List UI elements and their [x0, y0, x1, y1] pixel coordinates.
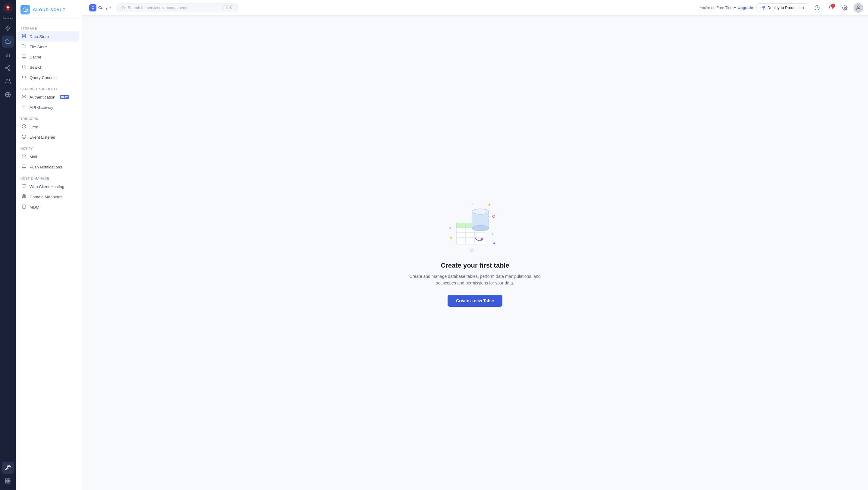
mdm-icon: [21, 204, 27, 210]
sidebar-item-cache[interactable]: Cache: [18, 52, 79, 62]
svg-point-41: [858, 6, 859, 7]
deploy-icon: [761, 5, 766, 10]
app-logo[interactable]: [3, 3, 13, 13]
empty-state-title: Create your first table: [441, 262, 509, 269]
svg-point-1: [7, 6, 9, 8]
create-table-button[interactable]: Create a new Table: [447, 295, 502, 307]
mail-icon: [21, 154, 27, 159]
svg-point-21: [22, 65, 25, 68]
svg-point-46: [450, 237, 452, 239]
sidebar-item-data-store-label: Data Store: [30, 34, 49, 39]
sidebar-content: STORAGE Data Store File Store Cache Sear…: [16, 19, 82, 490]
sidebar-item-event-listener-label: Event Listener: [30, 135, 56, 140]
section-security-label: SECURITY & IDENTITY: [18, 85, 79, 92]
user-avatar[interactable]: [854, 3, 863, 13]
svg-point-23: [23, 96, 24, 97]
sidebar-item-query-console[interactable]: Query Console: [18, 72, 79, 83]
svg-line-37: [124, 8, 125, 9]
deploy-button[interactable]: Deploy to Production: [756, 3, 808, 12]
sidebar-item-domain-mappings-label: Domain Mappings: [30, 195, 62, 199]
workspace-selector[interactable]: C Catly ▾: [87, 3, 114, 13]
gear-icon: [842, 5, 847, 10]
svg-point-59: [472, 225, 489, 231]
sidebar-item-web-hosting-label: Web Client Hosting: [30, 184, 64, 189]
sidebar-item-data-store[interactable]: Data Store: [18, 31, 79, 41]
push-notifications-icon: [21, 164, 27, 170]
svg-text:+: +: [492, 232, 493, 236]
svg-line-8: [7, 68, 9, 69]
rail-analytics-icon[interactable]: [2, 49, 14, 61]
rail-tools-icon[interactable]: [2, 462, 14, 474]
authentication-badge: NEW: [60, 95, 70, 99]
section-notify-label: NOTIFY: [18, 145, 79, 152]
upgrade-link[interactable]: ✦ Upgrade: [733, 5, 753, 10]
svg-text:×: ×: [449, 226, 451, 230]
sidebar-item-authentication-label: Authentication: [30, 95, 56, 99]
sidebar-item-authentication[interactable]: Authentication NEW: [18, 92, 79, 102]
sidebar-item-web-client-hosting[interactable]: Web Client Hosting: [18, 181, 79, 192]
sidebar-item-mdm[interactable]: MDM: [18, 202, 79, 212]
rail-team-icon[interactable]: [2, 75, 14, 87]
svg-point-24: [24, 106, 24, 107]
sidebar-item-mail[interactable]: Mail: [18, 152, 79, 162]
cron-icon: [21, 124, 27, 130]
svg-point-17: [22, 34, 25, 35]
api-gateway-icon: [21, 104, 27, 110]
notifications-button[interactable]: 1: [826, 3, 836, 13]
sidebar-item-push-notifications-label: Push Notifications: [30, 165, 62, 170]
svg-text:+: +: [471, 201, 474, 207]
sidebar-item-search[interactable]: Search: [18, 62, 79, 72]
svg-rect-16: [6, 482, 7, 483]
search-bar-icon: [121, 6, 125, 10]
sidebar-header: CLOUD SCALE: [16, 0, 82, 19]
search-placeholder: Search for services or components: [128, 5, 221, 10]
event-listener-icon: [21, 134, 27, 140]
rail-cloud-icon[interactable]: [2, 36, 14, 48]
main-content: + ◆ × ◆ +: [82, 16, 868, 490]
sidebar-item-search-label: Search: [30, 65, 42, 70]
section-host-label: HOST & MANAGE: [18, 175, 79, 181]
rail-bolt-icon[interactable]: [2, 22, 14, 34]
svg-point-44: [493, 215, 495, 218]
rail-integrations-icon[interactable]: [2, 62, 14, 74]
workspace-chevron-icon: ▾: [110, 6, 111, 10]
svg-rect-14: [8, 479, 10, 481]
workspace-avatar: C: [89, 4, 96, 11]
sidebar-item-domain-mappings[interactable]: Domain Mappings: [18, 192, 79, 202]
domain-mappings-icon: [21, 194, 27, 200]
sidebar-item-cron-label: Cron: [30, 125, 38, 129]
workspace-name: Catly: [98, 5, 107, 10]
sidebar-item-api-gateway[interactable]: API Gateway: [18, 102, 79, 113]
sidebar-item-file-store[interactable]: File Store: [18, 41, 79, 52]
section-storage-label: STORAGE: [18, 24, 79, 31]
svg-line-22: [25, 67, 26, 68]
sidebar-item-event-listener[interactable]: Event Listener: [18, 132, 79, 142]
svg-line-9: [7, 67, 9, 67]
rail-globe-icon[interactable]: [2, 89, 14, 101]
sidebar-logo: [21, 5, 30, 14]
search-bar[interactable]: Search for services or components ⌘+K: [117, 3, 238, 12]
svg-point-48: [471, 249, 473, 251]
sidebar-item-api-gateway-label: API Gateway: [30, 105, 53, 110]
data-store-icon: [21, 34, 27, 39]
sidebar-item-mdm-label: MDM: [30, 205, 39, 209]
sidebar-item-cron[interactable]: Cron: [18, 122, 79, 132]
svg-point-10: [6, 79, 8, 81]
svg-point-40: [844, 7, 846, 8]
cache-icon: [21, 54, 27, 60]
svg-rect-15: [8, 482, 10, 483]
help-button[interactable]: [812, 3, 822, 13]
topnav: C Catly ▾ Search for services or compone…: [82, 0, 868, 16]
notification-badge: 1: [831, 4, 835, 8]
svg-point-6: [6, 67, 7, 69]
query-console-icon: [21, 75, 27, 80]
sidebar-item-push-notifications[interactable]: Push Notifications: [18, 162, 79, 172]
svg-rect-29: [22, 184, 26, 187]
svg-text:◆: ◆: [488, 203, 491, 206]
sidebar-item-query-console-label: Query Console: [30, 75, 57, 80]
settings-button[interactable]: [840, 3, 850, 13]
rail-grid-icon[interactable]: [2, 475, 14, 487]
sidebar-item-file-store-label: File Store: [30, 44, 47, 49]
icon-rail: Services: [0, 0, 16, 490]
empty-state: + ◆ × ◆ +: [403, 187, 547, 319]
